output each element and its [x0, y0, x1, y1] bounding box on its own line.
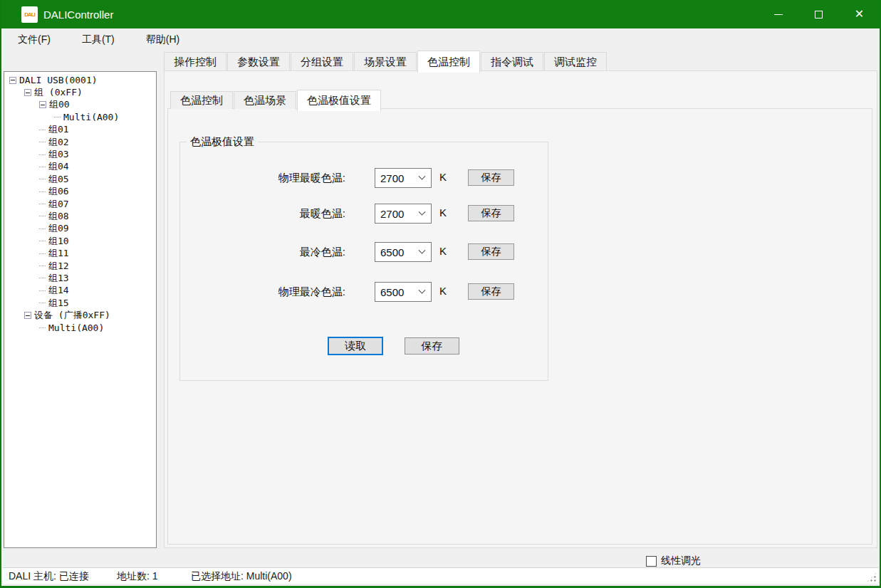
menu-file[interactable]: 文件(F) — [9, 30, 60, 50]
ct-row-save-button[interactable]: 保存 — [468, 205, 514, 221]
tree-connector — [39, 229, 46, 229]
menu-tools[interactable]: 工具(T) — [73, 30, 124, 50]
save-all-button[interactable]: 保存 — [405, 337, 459, 355]
device-tree-panel: DALI USB(0001)组 (0xFF)组00Multi(A00)组01组0… — [4, 71, 157, 548]
sub-tab-1[interactable]: 色温控制 — [170, 91, 233, 109]
tree-item[interactable]: 组08 — [4, 210, 156, 222]
tree-item-label: 组14 — [48, 284, 69, 297]
tree-item[interactable]: 组09 — [4, 223, 156, 235]
tree-connector — [39, 179, 46, 179]
tree-item[interactable]: 组05 — [4, 173, 156, 185]
tree-item[interactable]: 组13 — [4, 272, 156, 284]
main-tab-6[interactable]: 指令调试 — [481, 52, 543, 70]
ct-value: 2700 — [380, 172, 404, 184]
tree-item[interactable]: 组00 — [4, 99, 156, 111]
tree-item-label: 组08 — [48, 210, 69, 223]
sub-tab-3[interactable]: 色温极值设置 — [297, 90, 381, 111]
tree-item[interactable]: 组04 — [4, 161, 156, 173]
menu-help[interactable]: 帮助(H) — [137, 30, 189, 50]
main-tab-7[interactable]: 调试监控 — [544, 52, 607, 70]
sub-tab-2[interactable]: 色温场景 — [234, 91, 296, 109]
ct-row-save-button[interactable]: 保存 — [468, 169, 514, 186]
ct-row-label: 最暖色温: — [180, 204, 345, 224]
chevron-down-icon — [419, 172, 426, 179]
tree-item[interactable]: DALI USB(0001) — [4, 74, 156, 86]
ct-value-combobox[interactable]: 2700 — [375, 168, 432, 188]
close-button[interactable]: ✕ — [839, 0, 880, 28]
tree-item[interactable]: 组11 — [4, 247, 156, 259]
read-button[interactable]: 读取 — [328, 337, 383, 355]
app-icon-text: DALI — [24, 11, 35, 18]
tree-item-label: Multi(A00) — [63, 112, 119, 122]
ct-unit-label: K — [439, 282, 447, 300]
ct-row-label: 物理最暖色温: — [180, 168, 345, 188]
tree-item-label: 组02 — [48, 136, 69, 149]
tree-connector — [39, 303, 46, 303]
ct-value-combobox[interactable]: 6500 — [375, 242, 432, 262]
main-tab-4[interactable]: 场景设置 — [354, 52, 417, 70]
tree-collapse-icon[interactable] — [24, 312, 31, 319]
tree-connector — [39, 266, 46, 266]
tree-item[interactable]: 组10 — [4, 235, 156, 247]
tree-item[interactable]: Multi(A00) — [4, 322, 156, 334]
tree-connector — [39, 216, 46, 216]
ct-setting-row: 最冷色温:6500K保存 — [180, 242, 548, 262]
ct-setting-row: 最暖色温:2700K保存 — [180, 204, 548, 224]
tree-connector — [39, 253, 46, 254]
tree-item-label: 组15 — [48, 297, 69, 310]
ct-setting-row: 物理最冷色温:6500K保存 — [180, 282, 548, 302]
chevron-down-icon — [419, 208, 426, 215]
tree-item[interactable]: 组14 — [4, 285, 156, 297]
tree-item[interactable]: 组 (0xFF) — [4, 86, 156, 98]
tree-item[interactable]: 组12 — [4, 260, 156, 272]
tree-item-label: DALI USB(0001) — [19, 75, 98, 85]
tree-connector — [39, 278, 46, 278]
status-address-count: 地址数: 1 — [117, 568, 158, 584]
ct-unit-label: K — [439, 168, 447, 187]
ct-row-label: 最冷色温: — [180, 242, 345, 262]
ct-setting-row: 物理最暖色温:2700K保存 — [180, 168, 548, 188]
linear-dimming-option: 线性调光 — [646, 555, 701, 567]
tree-item-label: 组06 — [48, 185, 69, 198]
tree-item-label: 组04 — [48, 160, 69, 173]
minimize-button[interactable] — [758, 0, 798, 28]
tree-item[interactable]: 组07 — [4, 198, 156, 210]
tree-item[interactable]: 组06 — [4, 186, 156, 198]
ct-row-save-button[interactable]: 保存 — [468, 243, 514, 260]
minimize-icon — [774, 14, 783, 15]
maximize-icon — [815, 11, 823, 19]
window-controls: ✕ — [758, 0, 880, 28]
main-tab-3[interactable]: 分组设置 — [291, 52, 353, 70]
tree-item[interactable]: 组15 — [4, 297, 156, 309]
tree-collapse-icon[interactable] — [24, 89, 31, 96]
tree-item-label: 组13 — [48, 272, 69, 285]
close-icon: ✕ — [855, 9, 864, 20]
maximize-button[interactable] — [798, 0, 839, 28]
ct-row-save-button[interactable]: 保存 — [468, 283, 514, 300]
app-window: DALI DALIController ✕ 文件(F) 工具(T) 帮助(H) … — [0, 0, 881, 588]
tree-item[interactable]: 组03 — [4, 148, 156, 160]
main-tab-1[interactable]: 操作控制 — [164, 52, 226, 70]
tree-item-label: 组03 — [48, 148, 69, 161]
main-tab-strip: 操作控制参数设置分组设置场景设置色温控制指令调试调试监控 — [164, 52, 608, 71]
ct-value-combobox[interactable]: 2700 — [375, 204, 432, 224]
resize-grip[interactable] — [867, 572, 877, 582]
tree-item[interactable]: 组02 — [4, 136, 156, 148]
tree-connector — [39, 191, 46, 192]
tree-connector — [39, 142, 46, 142]
tree-collapse-icon[interactable] — [9, 77, 16, 84]
tree-collapse-icon[interactable] — [39, 101, 46, 108]
tree-item[interactable]: 组01 — [4, 124, 156, 136]
tree-item-label: 组07 — [48, 198, 69, 211]
ct-extreme-settings-page: 色温极值设置 物理最暖色温:2700K保存最暖色温:2700K保存最冷色温:65… — [167, 108, 872, 545]
tree-item[interactable]: 设备 (广播0xFF) — [4, 309, 156, 321]
main-tab-5[interactable]: 色温控制 — [417, 51, 480, 73]
main-tab-2[interactable]: 参数设置 — [227, 52, 290, 70]
tree-item-label: 组05 — [48, 173, 69, 186]
tree-connector — [39, 241, 46, 241]
title-bar: DALI DALIController ✕ — [1, 0, 880, 28]
linear-dimming-checkbox[interactable] — [646, 556, 657, 567]
status-host-connection: DALI 主机: 已连接 — [9, 568, 89, 584]
ct-value-combobox[interactable]: 6500 — [375, 282, 432, 302]
tree-item[interactable]: Multi(A00) — [4, 111, 156, 123]
